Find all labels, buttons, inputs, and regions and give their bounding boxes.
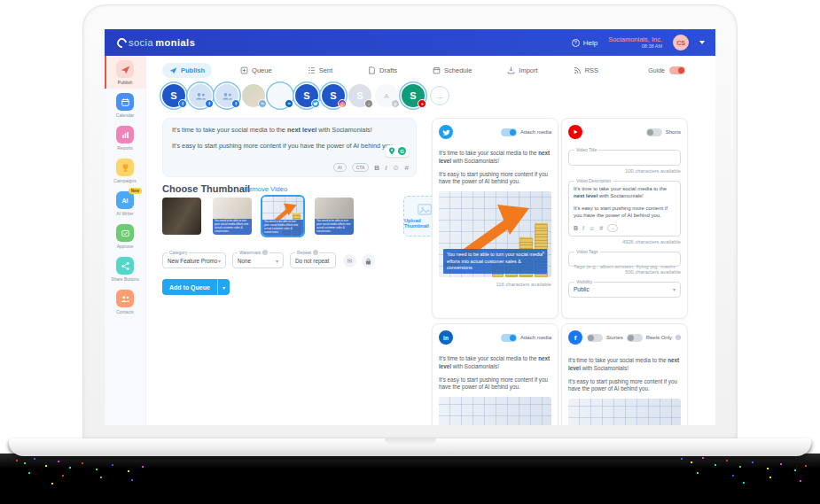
account-tiktok[interactable]: S ♪	[348, 84, 371, 107]
sidebar-item-approve[interactable]: Approve	[105, 220, 145, 252]
info-icon[interactable]: i	[262, 250, 268, 255]
choose-thumbnail-heading: Choose Thumbnail	[162, 183, 250, 194]
main-content: Publish Queue Sent Drafts Schedule	[146, 56, 715, 425]
social-accounts-row: S f f f in	[162, 84, 449, 107]
video-title-field[interactable]: Video Title	[568, 150, 681, 166]
account-instagram[interactable]: S	[322, 84, 345, 107]
facebook-stories-toggle[interactable]	[587, 334, 603, 342]
share-icon	[116, 257, 134, 275]
linkedin-attach-media-toggle[interactable]	[501, 334, 517, 342]
logo-swoosh-icon	[115, 35, 129, 49]
hashtag-button[interactable]: #	[599, 225, 603, 231]
guide-toggle[interactable]	[669, 66, 685, 74]
sidebar-item-calendar[interactable]: Calendar	[105, 89, 145, 121]
lock-button[interactable]	[362, 254, 375, 268]
sidebar-item-publish[interactable]: Publish	[105, 56, 145, 89]
italic-button[interactable]: I	[582, 225, 584, 231]
bold-button[interactable]: B	[574, 225, 578, 231]
linkedin-post-text: It's time to take your social media to t…	[439, 355, 551, 392]
help-button[interactable]: ? Help	[572, 39, 597, 47]
youtube-shorts-toggle[interactable]	[646, 128, 662, 136]
grammar-assistant-icon[interactable]: G	[398, 147, 406, 155]
email-preview-button[interactable]: ✉	[343, 254, 356, 268]
facebook-post-text: It's time to take your social media to t…	[568, 357, 681, 393]
twitter-post-text: It's time to take your social media to t…	[439, 150, 551, 186]
info-icon[interactable]: i	[676, 335, 681, 340]
emoji-button[interactable]: ☺	[392, 164, 399, 172]
cta-chip[interactable]: CTA	[352, 163, 370, 172]
sidebar-item-reports[interactable]: Reports	[105, 121, 145, 154]
visibility-select[interactable]: Visibility Public ▾	[568, 282, 681, 298]
account-youtube[interactable]: S	[402, 84, 425, 107]
emoji-button[interactable]: ☺	[589, 225, 595, 231]
repeat-field[interactable]: Repeati Do not repeat	[290, 252, 336, 268]
sociamonials-logo[interactable]: sociamonials	[117, 37, 195, 48]
add-to-queue-button[interactable]: Add to Queue ▾	[162, 279, 230, 295]
facebook-badge-icon: f	[231, 99, 240, 108]
help-label: Help	[583, 39, 597, 47]
post-composer[interactable]: It's time to take your social media to t…	[162, 118, 417, 177]
account-pinterest[interactable]: A p	[375, 84, 398, 107]
remove-video-link[interactable]: Remove Video	[244, 185, 287, 193]
tab-queue[interactable]: Queue	[233, 63, 279, 78]
lock-icon	[365, 258, 371, 265]
sidebar-item-contacts[interactable]: Contacts	[105, 285, 145, 318]
twitter-characters-available: 116 characters available	[439, 282, 551, 287]
more-options-icon[interactable]: ...	[607, 224, 618, 232]
video-description-field[interactable]: Video Description It's time to take your…	[568, 181, 681, 236]
account-facebook-group-1[interactable]: f	[189, 84, 212, 107]
location-pin-icon[interactable]	[388, 147, 395, 155]
italic-button[interactable]: I	[385, 164, 387, 172]
guide-label: Guide	[648, 67, 665, 74]
composer-line-1: It's time to take your social media to t…	[172, 126, 407, 135]
tab-rss[interactable]: RSS	[566, 63, 605, 78]
thumbnail-option-2[interactable]: You need to be able to turn your social …	[213, 198, 252, 235]
account-linkedin-profile[interactable]: in	[242, 84, 265, 107]
tab-publish[interactable]: Publish	[162, 63, 212, 78]
tab-schedule[interactable]: Schedule	[426, 63, 479, 78]
add-to-queue-caret[interactable]: ▾	[217, 279, 230, 295]
account-facebook-page[interactable]: S f	[162, 84, 185, 107]
account-time: 08:38 AM	[608, 43, 662, 50]
laptop-mockup-stage: sociamonials ? Help Sociamonials, Inc. 0…	[0, 0, 820, 504]
info-icon[interactable]: i	[313, 250, 318, 255]
ai-assist-chip[interactable]: AI	[333, 163, 347, 172]
tab-drafts[interactable]: Drafts	[361, 63, 404, 78]
tab-import[interactable]: Import	[500, 63, 544, 78]
bold-button[interactable]: B	[374, 164, 379, 172]
sidebar-item-campaigns[interactable]: Campaigns	[105, 154, 145, 187]
twitter-icon	[439, 125, 453, 139]
location-grammar-chip: G	[386, 145, 409, 157]
user-menu-caret-icon[interactable]	[699, 41, 705, 44]
trophy-icon	[116, 159, 134, 176]
twitter-attach-media-toggle[interactable]	[501, 128, 517, 136]
watermark-select[interactable]: Watermarki None ▾	[232, 252, 284, 268]
logo-text-light: socia	[129, 37, 153, 48]
linkedin-media-image[interactable]	[439, 397, 551, 425]
account-twitter[interactable]: S	[295, 84, 318, 107]
video-tags-field[interactable]: Video Tags	[568, 252, 681, 267]
twitter-media-image[interactable]: You need to be able to turn your social …	[439, 191, 551, 277]
tab-sent[interactable]: Sent	[301, 63, 340, 78]
video-title-input[interactable]	[574, 162, 676, 167]
facebook-badge-icon: f	[205, 99, 214, 108]
close-icon[interactable]: ✕	[542, 250, 545, 256]
facebook-media-image[interactable]	[568, 399, 681, 425]
sidebar-item-share-buttons[interactable]: Share Buttons	[105, 252, 145, 285]
thumbnail-option-4[interactable]: You need to be able to turn your social …	[315, 198, 354, 235]
video-tags-input[interactable]	[574, 264, 676, 269]
hashtag-button[interactable]: #	[405, 164, 409, 172]
description-characters-available: 4926 characters available	[568, 239, 681, 244]
youtube-icon	[568, 125, 582, 139]
sidebar-item-ai-writer[interactable]: New AI AI Writer	[105, 187, 145, 220]
account-facebook-group-2[interactable]: f	[215, 84, 238, 107]
chevron-down-icon: ▾	[218, 258, 221, 264]
chevron-down-icon: ▾	[276, 258, 278, 264]
account-linkedin-page[interactable]: in	[269, 84, 292, 107]
thumbnail-option-1[interactable]	[162, 198, 201, 235]
facebook-reels-toggle[interactable]	[627, 334, 643, 342]
user-avatar[interactable]: CS	[673, 35, 689, 50]
category-select[interactable]: Category New Feature Promo ▾	[162, 252, 226, 268]
more-accounts-button[interactable]: ...	[430, 86, 449, 105]
thumbnail-option-3-selected[interactable]: You need to be able to turn your social …	[261, 195, 305, 237]
